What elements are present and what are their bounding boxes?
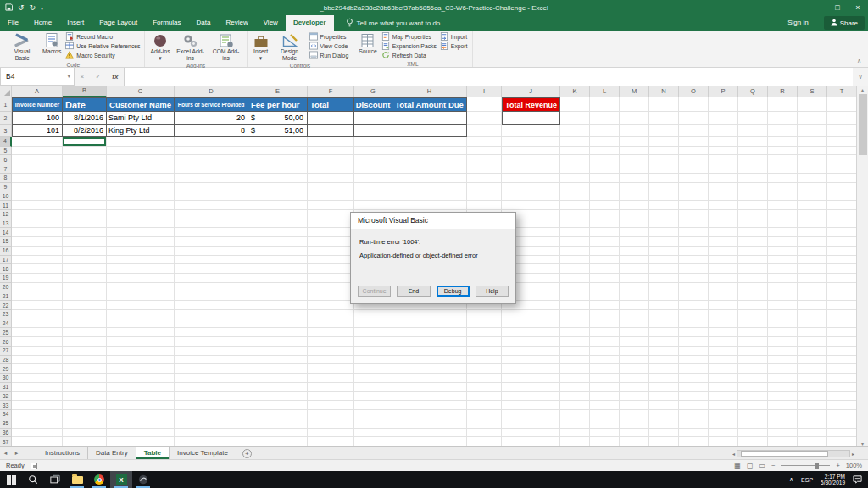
cell-M13[interactable]: [620, 219, 649, 229]
cell-K11[interactable]: [560, 201, 590, 210]
cell-Q16[interactable]: [738, 247, 768, 256]
cell-P30[interactable]: [709, 374, 738, 383]
cell-L11[interactable]: [590, 201, 620, 210]
cell-F33[interactable]: [308, 401, 354, 410]
cell-J10[interactable]: [502, 191, 560, 201]
cell-O31[interactable]: [679, 383, 709, 392]
cell-K30[interactable]: [560, 374, 590, 383]
row-header-16[interactable]: 16: [0, 247, 12, 256]
cell-F20[interactable]: [308, 283, 354, 292]
cell-I26[interactable]: [467, 337, 502, 347]
cell-N16[interactable]: [649, 247, 679, 256]
cell-J34[interactable]: [502, 410, 560, 419]
cell-Q37[interactable]: [738, 437, 768, 446]
cell-H26[interactable]: [392, 337, 467, 347]
cell-Q23[interactable]: [738, 310, 768, 319]
page-layout-view-icon[interactable]: ▢: [747, 462, 754, 469]
row-header-34[interactable]: 34: [0, 410, 12, 419]
export-button[interactable]: Export: [440, 42, 468, 51]
cell-J9[interactable]: [502, 183, 560, 192]
excel-add-ins-button[interactable]: Excel Add-ins: [173, 31, 209, 62]
cell-D23[interactable]: [175, 310, 248, 319]
cell-A11[interactable]: [12, 201, 63, 210]
cell-F23[interactable]: [308, 310, 354, 319]
cell-B31[interactable]: [63, 383, 107, 392]
cell-H9[interactable]: [392, 183, 467, 192]
cell-E31[interactable]: [248, 383, 308, 392]
cell-Q10[interactable]: [738, 191, 768, 201]
cell-D7[interactable]: [175, 164, 248, 174]
cell-O28[interactable]: [679, 356, 709, 365]
row-header-2[interactable]: 2: [0, 112, 12, 125]
row-header-10[interactable]: 10: [0, 191, 12, 201]
cell-H32[interactable]: [392, 392, 467, 402]
undo-icon[interactable]: ↺: [18, 3, 25, 12]
cell-L1[interactable]: [590, 97, 620, 112]
cell-R9[interactable]: [768, 183, 798, 192]
cell-R16[interactable]: [768, 247, 798, 256]
cell-E29[interactable]: [248, 364, 308, 374]
new-sheet-icon[interactable]: +: [242, 449, 252, 458]
save-icon[interactable]: [5, 3, 13, 13]
cell-R13[interactable]: [768, 219, 798, 229]
cell-R21[interactable]: [768, 291, 798, 301]
cell-Q17[interactable]: [738, 256, 768, 265]
sheet-tab-invoice-template[interactable]: Invoice Template: [170, 447, 236, 459]
cell-N33[interactable]: [649, 401, 679, 410]
cell-K24[interactable]: [560, 319, 590, 329]
cell-Q8[interactable]: [738, 174, 768, 183]
cell-H34[interactable]: [392, 410, 467, 419]
cell-A8[interactable]: [12, 174, 63, 183]
cell-H2[interactable]: [392, 112, 467, 125]
cell-B36[interactable]: [63, 429, 107, 438]
column-header-D[interactable]: D: [175, 86, 248, 97]
cell-G24[interactable]: [354, 319, 392, 329]
cell-O2[interactable]: [679, 112, 709, 125]
cell-R29[interactable]: [768, 364, 798, 374]
cell-P9[interactable]: [709, 183, 738, 192]
cell-B37[interactable]: [63, 437, 107, 446]
cell-Q14[interactable]: [738, 228, 768, 237]
cell-N30[interactable]: [649, 374, 679, 383]
cell-P13[interactable]: [709, 219, 738, 229]
cell-M30[interactable]: [620, 374, 649, 383]
cell-L18[interactable]: [590, 264, 620, 274]
dialog-button-debug[interactable]: Debug: [437, 286, 470, 297]
cell-J36[interactable]: [502, 429, 560, 438]
cell-I10[interactable]: [467, 191, 502, 201]
com-add-ins-button[interactable]: COM Add-ins: [209, 31, 244, 62]
cell-P23[interactable]: [709, 310, 738, 319]
cell-Q35[interactable]: [738, 419, 768, 429]
cell-K7[interactable]: [560, 164, 590, 174]
cell-Q24[interactable]: [738, 319, 768, 329]
cell-A5[interactable]: [12, 147, 63, 156]
zoom-in-icon[interactable]: +: [836, 462, 839, 469]
cell-J5[interactable]: [502, 147, 560, 156]
taskbar-excel-button[interactable]: X: [110, 471, 132, 488]
cell-G3[interactable]: [354, 125, 392, 137]
cell-E1[interactable]: Fee per hour: [248, 97, 308, 112]
row-header-4[interactable]: 4: [0, 137, 12, 147]
cell-D33[interactable]: [175, 401, 248, 410]
column-header-Q[interactable]: Q: [738, 86, 768, 97]
cell-B25[interactable]: [63, 328, 107, 337]
cell-K5[interactable]: [560, 147, 590, 156]
insert-function-icon[interactable]: fx: [112, 73, 118, 80]
cell-A20[interactable]: [12, 283, 63, 292]
cell-P18[interactable]: [709, 264, 738, 274]
expansion-packs-button[interactable]: Expansion Packs: [381, 42, 437, 51]
cell-O32[interactable]: [679, 392, 709, 402]
cell-G34[interactable]: [354, 410, 392, 419]
collapse-ribbon-icon[interactable]: ∧: [857, 58, 861, 64]
cell-M35[interactable]: [620, 419, 649, 429]
cell-Q15[interactable]: [738, 237, 768, 247]
cell-A12[interactable]: [12, 210, 63, 219]
cell-F10[interactable]: [308, 191, 354, 201]
cell-C13[interactable]: [107, 219, 175, 229]
horizontal-scroll-thumb[interactable]: [741, 451, 828, 457]
cell-T23[interactable]: [827, 310, 857, 319]
cell-J7[interactable]: [502, 164, 560, 174]
maximize-button[interactable]: □: [827, 0, 848, 15]
cell-N37[interactable]: [649, 437, 679, 446]
cell-C28[interactable]: [107, 356, 175, 365]
